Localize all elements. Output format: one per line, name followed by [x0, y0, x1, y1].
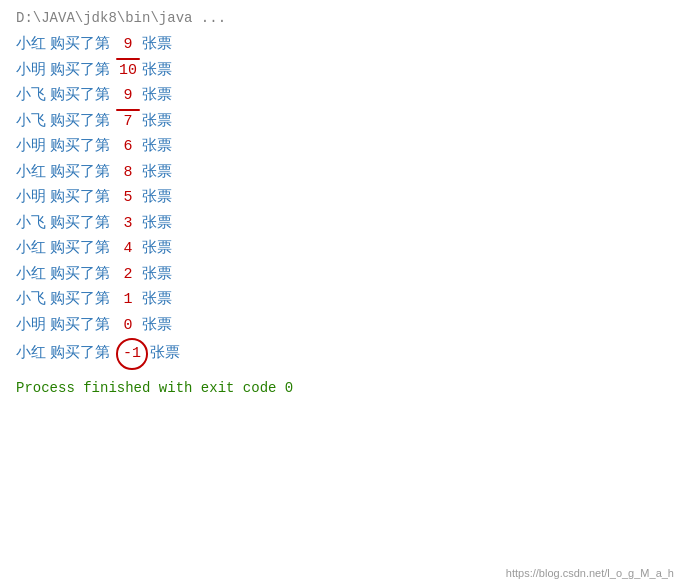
output-lines: 小红 购买了第 9 张票小明 购买了第 10 张票小飞 购买了第 9 张票小飞 … [16, 32, 668, 370]
person-name: 小红 [16, 262, 46, 288]
ticket-number: 5 [116, 185, 140, 211]
table-row: 小红 购买了第 4 张票 [16, 236, 668, 262]
terminal-container: D:\JAVA\jdk8\bin\java ... 小红 购买了第 9 张票小明… [0, 0, 684, 587]
ticket-label: 张票 [142, 32, 172, 58]
table-row: 小红 购买了第 9 张票 [16, 32, 668, 58]
ticket-number-underlined: 9 [116, 32, 140, 58]
ticket-number-underlined: 9 [116, 83, 140, 109]
ticket-label: 张票 [142, 313, 172, 339]
person-name: 小飞 [16, 83, 46, 109]
action-text: 购买了第 [50, 58, 110, 84]
ticket-label: 张票 [142, 134, 172, 160]
table-row: 小明 购买了第 10 张票 [16, 58, 668, 84]
action-text: 购买了第 [50, 236, 110, 262]
ticket-label: 张票 [142, 160, 172, 186]
action-text: 购买了第 [50, 109, 110, 135]
action-text: 购买了第 [50, 32, 110, 58]
action-text: 购买了第 [50, 211, 110, 237]
ticket-label: 张票 [142, 262, 172, 288]
table-row: 小明 购买了第 5 张票 [16, 185, 668, 211]
header-line: D:\JAVA\jdk8\bin\java ... [16, 10, 668, 26]
ticket-label: 张票 [142, 83, 172, 109]
person-name: 小红 [16, 341, 46, 367]
ticket-number: 10 [116, 58, 140, 84]
ticket-label: 张票 [142, 58, 172, 84]
action-text: 购买了第 [50, 134, 110, 160]
ticket-number: 3 [116, 211, 140, 237]
ticket-number: 0 [116, 313, 140, 339]
person-name: 小飞 [16, 211, 46, 237]
person-name: 小明 [16, 134, 46, 160]
person-name: 小飞 [16, 109, 46, 135]
table-row: 小红 购买了第 2 张票 [16, 262, 668, 288]
person-name: 小红 [16, 32, 46, 58]
ticket-number: 1 [116, 287, 140, 313]
person-name: 小明 [16, 313, 46, 339]
table-row: 小飞 购买了第 1 张票 [16, 287, 668, 313]
action-text: 购买了第 [50, 160, 110, 186]
watermark: https://blog.csdn.net/l_o_g_M_a_h [506, 567, 674, 579]
ticket-label: 张票 [142, 211, 172, 237]
table-row: 小明 购买了第 6 张票 [16, 134, 668, 160]
ticket-label: 张票 [150, 341, 180, 367]
person-name: 小飞 [16, 287, 46, 313]
ticket-number: 6 [116, 134, 140, 160]
ticket-number: 8 [116, 160, 140, 186]
table-row: 小明 购买了第 0 张票 [16, 313, 668, 339]
action-text: 购买了第 [50, 287, 110, 313]
ticket-label: 张票 [142, 185, 172, 211]
ticket-label: 张票 [142, 236, 172, 262]
ticket-number: 2 [116, 262, 140, 288]
process-line: Process finished with exit code 0 [16, 380, 668, 396]
action-text: 购买了第 [50, 313, 110, 339]
ticket-number: 4 [116, 236, 140, 262]
action-text: 购买了第 [50, 185, 110, 211]
ticket-number: 7 [116, 109, 140, 135]
person-name: 小明 [16, 58, 46, 84]
ticket-label: 张票 [142, 287, 172, 313]
table-row: 小红 购买了第 -1 张票 [16, 338, 668, 370]
person-name: 小红 [16, 236, 46, 262]
ticket-label: 张票 [142, 109, 172, 135]
person-name: 小红 [16, 160, 46, 186]
table-row: 小红 购买了第 8 张票 [16, 160, 668, 186]
action-text: 购买了第 [50, 83, 110, 109]
action-text: 购买了第 [50, 341, 110, 367]
table-row: 小飞 购买了第 9 张票 [16, 83, 668, 109]
action-text: 购买了第 [50, 262, 110, 288]
person-name: 小明 [16, 185, 46, 211]
ticket-number-circled: -1 [116, 338, 148, 370]
table-row: 小飞 购买了第 3 张票 [16, 211, 668, 237]
table-row: 小飞 购买了第 7 张票 [16, 109, 668, 135]
